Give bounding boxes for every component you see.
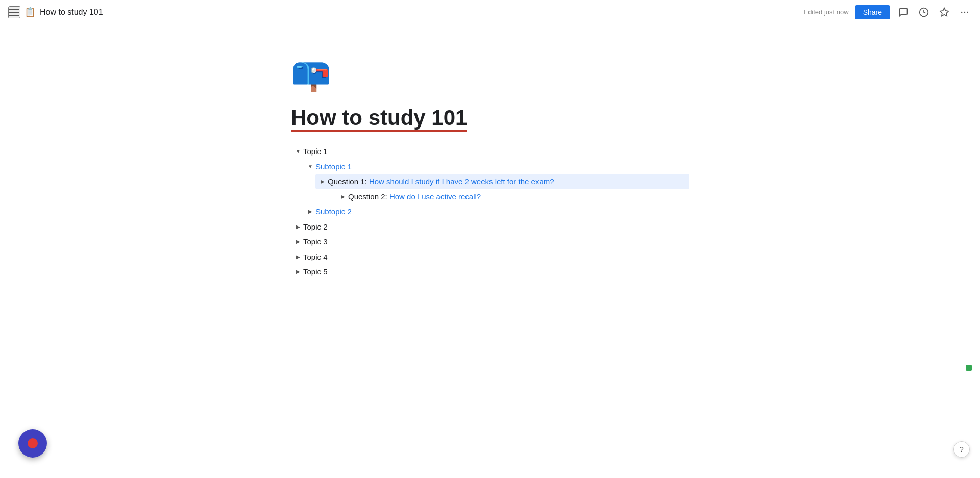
history-button[interactable] (917, 5, 931, 19)
list-item: ▼ Subtopic 1 ▶ Question 1: How should I … (303, 159, 689, 205)
header-right: Edited just now Share (803, 5, 972, 19)
topic-3-row[interactable]: ▶ Topic 3 (291, 234, 689, 249)
list-item: ▶ Topic 5 (291, 264, 689, 280)
svg-point-4 (967, 11, 969, 13)
svg-point-2 (961, 11, 963, 13)
expand-icon: ▶ (338, 191, 348, 202)
doc-icon: 📋 (24, 7, 36, 18)
record-button[interactable] (18, 429, 47, 458)
svg-marker-1 (940, 8, 949, 16)
star-button[interactable] (937, 5, 951, 19)
doc-title: How to study 101 (40, 8, 103, 17)
outline-tree: ▼ Topic 1 ▼ Subtopic 1 (291, 144, 689, 280)
expand-icon: ▶ (293, 221, 303, 232)
drag-icon[interactable]: ⠿ (328, 192, 336, 200)
question-1-label: Question 1: How should I study if I have… (328, 175, 554, 188)
green-indicator (966, 365, 972, 371)
topic-1-label: Topic 1 (303, 145, 328, 158)
question-1-row[interactable]: ▶ Question 1: How should I study if I ha… (315, 174, 689, 189)
collapse-icon: ▼ (293, 146, 303, 157)
svg-point-3 (964, 11, 966, 13)
topic-4-row[interactable]: ▶ Topic 4 (291, 249, 689, 265)
topic-5-label: Topic 5 (303, 265, 328, 279)
header-left: 📋 How to study 101 (8, 6, 103, 18)
topic-2-row[interactable]: ▶ Topic 2 (291, 219, 689, 235)
page-emoji[interactable]: 📪 (291, 55, 689, 93)
star-icon (939, 7, 949, 17)
more-icon (960, 7, 970, 17)
expand-icon: ▶ (293, 267, 303, 277)
topic-5-row[interactable]: ▶ Topic 5 (291, 264, 689, 280)
add-icon[interactable]: + (317, 192, 326, 200)
comment-button[interactable] (896, 5, 911, 19)
collapse-icon: ▼ (305, 161, 315, 171)
topic-3-label: Topic 3 (303, 235, 328, 248)
question-2-label: Question 2: How do I use active recall? (348, 190, 481, 204)
more-button[interactable] (958, 5, 972, 19)
topic-2-label: Topic 2 (303, 220, 328, 234)
subtopic-2-label: Subtopic 2 (315, 205, 352, 218)
list-item: ▶ Topic 3 (291, 234, 689, 249)
menu-button[interactable] (8, 6, 20, 18)
clock-icon (919, 7, 929, 17)
expand-icon: ▶ (293, 237, 303, 247)
header: 📋 How to study 101 Edited just now Share (0, 0, 980, 24)
topic-1-row[interactable]: ▼ Topic 1 (291, 144, 689, 159)
record-dot-icon (28, 438, 38, 448)
subtopic-1-children: ▶ Question 1: How should I study if I ha… (303, 174, 689, 204)
subtopic-2-row[interactable]: ▶ Subtopic 2 (303, 204, 689, 219)
expand-icon: ▶ (293, 251, 303, 262)
list-item: ▶ Topic 2 (291, 219, 689, 235)
comment-icon (898, 7, 909, 17)
expand-icon: ▶ (305, 207, 315, 217)
share-button[interactable]: Share (855, 5, 890, 19)
doc-body: 📪 How to study 101 ▼ Topic 1 ▼ Subtopic … (291, 55, 689, 447)
subtopic-1-label: Subtopic 1 (315, 160, 352, 173)
list-item: ▶ Topic 4 (291, 249, 689, 265)
topic-4-label: Topic 4 (303, 250, 328, 264)
main-content: 📪 How to study 101 ▼ Topic 1 ▼ Subtopic … (0, 24, 980, 478)
help-label: ? (960, 445, 964, 454)
topic-1-children: ▼ Subtopic 1 ▶ Question 1: How should I … (291, 159, 689, 219)
list-item: + ⠿ ▶ Question 2: How do I use active re… (315, 189, 689, 205)
list-item: ▶ Subtopic 2 (303, 204, 689, 219)
help-button[interactable]: ? (953, 441, 970, 458)
edited-status: Edited just now (803, 8, 848, 16)
list-item: ▼ Topic 1 ▼ Subtopic 1 (291, 144, 689, 219)
subtopic-1-row[interactable]: ▼ Subtopic 1 (303, 159, 689, 174)
page-title[interactable]: How to study 101 (291, 106, 467, 132)
expand-icon: ▶ (317, 177, 328, 187)
question-2-row[interactable]: + ⠿ ▶ Question 2: How do I use active re… (315, 189, 689, 205)
list-item: ▶ Question 1: How should I study if I ha… (315, 174, 689, 189)
